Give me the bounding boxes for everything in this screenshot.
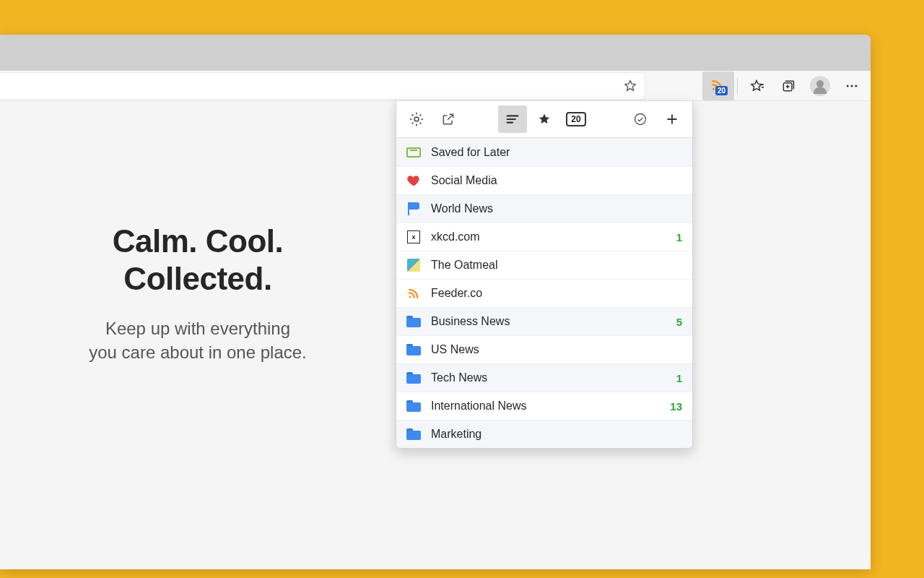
- open-external-button[interactable]: [434, 105, 463, 133]
- feed-item[interactable]: Social Media: [396, 166, 692, 194]
- feed-item[interactable]: World News: [396, 194, 692, 223]
- add-feed-button[interactable]: [658, 105, 687, 133]
- feed-item-label: Feeder.co: [431, 287, 682, 300]
- feed-item-label: Marketing: [431, 428, 682, 441]
- settings-button[interactable]: [402, 105, 431, 133]
- feed-item-label: The Oatmeal: [431, 259, 682, 272]
- hero-section: Calm. Cool. Collected. Keep up with ever…: [0, 223, 396, 365]
- folder-icon: [406, 316, 421, 327]
- heart-icon: [406, 173, 421, 188]
- feed-item-label: Tech News: [431, 371, 666, 384]
- feed-item-count: 13: [670, 400, 682, 413]
- address-bar[interactable]: [0, 72, 645, 100]
- hero-title: Calm. Cool. Collected.: [0, 223, 396, 298]
- svg-point-16: [409, 296, 411, 298]
- feed-item-count: 1: [676, 372, 682, 384]
- collections-button[interactable]: [772, 72, 804, 100]
- feeder-extension-button[interactable]: 20: [702, 72, 734, 100]
- browser-toolbar: 20: [0, 71, 871, 101]
- feed-item-label: Social Media: [431, 174, 682, 187]
- feed-item[interactable]: US News: [396, 335, 692, 363]
- feed-item-label: Business News: [431, 315, 666, 328]
- rss-icon: [407, 287, 420, 300]
- feed-item-label: International News: [431, 400, 660, 413]
- xkcd-icon: x: [407, 230, 420, 243]
- feed-popover: 20 Saved for LaterSocial MediaWorld News…: [396, 101, 693, 449]
- popover-toolbar: 20: [396, 101, 692, 138]
- svg-point-13: [635, 114, 646, 125]
- flag-icon: [407, 202, 420, 215]
- feed-item[interactable]: Marketing: [396, 420, 692, 448]
- folder-icon: [406, 344, 421, 355]
- feed-item[interactable]: Feeder.co: [396, 279, 692, 307]
- feed-item-label: xkcd.com: [431, 230, 666, 243]
- feed-item[interactable]: Business News5: [396, 307, 692, 335]
- feed-item-label: World News: [431, 202, 682, 215]
- unread-total-badge: 20: [566, 112, 586, 126]
- svg-point-8: [855, 85, 857, 87]
- oatmeal-icon: [407, 259, 420, 272]
- feed-item-label: US News: [431, 343, 682, 356]
- extension-unread-badge: 20: [715, 86, 728, 95]
- feed-item-count: 1: [676, 231, 682, 243]
- starred-view-button[interactable]: [530, 105, 559, 133]
- folder-icon: [406, 372, 421, 384]
- hero-subtitle: Keep up with everything you care about i…: [0, 316, 396, 365]
- profile-button[interactable]: [804, 72, 836, 100]
- feed-item[interactable]: International News13: [396, 392, 692, 420]
- svg-point-9: [414, 117, 419, 121]
- feed-item[interactable]: The Oatmeal: [396, 251, 692, 279]
- feed-item[interactable]: Tech News1: [396, 363, 692, 392]
- list-view-button[interactable]: [498, 105, 527, 133]
- svg-point-6: [847, 85, 849, 87]
- unread-count-button[interactable]: 20: [562, 105, 590, 133]
- toolbar-divider: [737, 78, 738, 94]
- feed-list: Saved for LaterSocial MediaWorld Newsxxk…: [396, 138, 692, 448]
- mark-all-read-button[interactable]: [626, 105, 655, 133]
- feed-item[interactable]: Saved for Later: [396, 138, 692, 166]
- page-content: Calm. Cool. Collected. Keep up with ever…: [0, 101, 871, 569]
- folder-icon: [406, 400, 421, 412]
- feed-item-count: 5: [676, 316, 682, 328]
- feed-item[interactable]: xxkcd.com1: [396, 223, 692, 251]
- favorites-button[interactable]: [741, 72, 772, 100]
- svg-point-7: [851, 85, 853, 87]
- inbox-icon: [406, 147, 421, 158]
- folder-icon: [406, 428, 421, 440]
- more-menu-button[interactable]: [836, 72, 868, 100]
- window-titlebar: [0, 35, 871, 71]
- svg-point-0: [712, 87, 715, 90]
- star-outline-icon[interactable]: [623, 79, 637, 93]
- browser-window: 20: [0, 35, 871, 569]
- feed-item-label: Saved for Later: [431, 146, 682, 159]
